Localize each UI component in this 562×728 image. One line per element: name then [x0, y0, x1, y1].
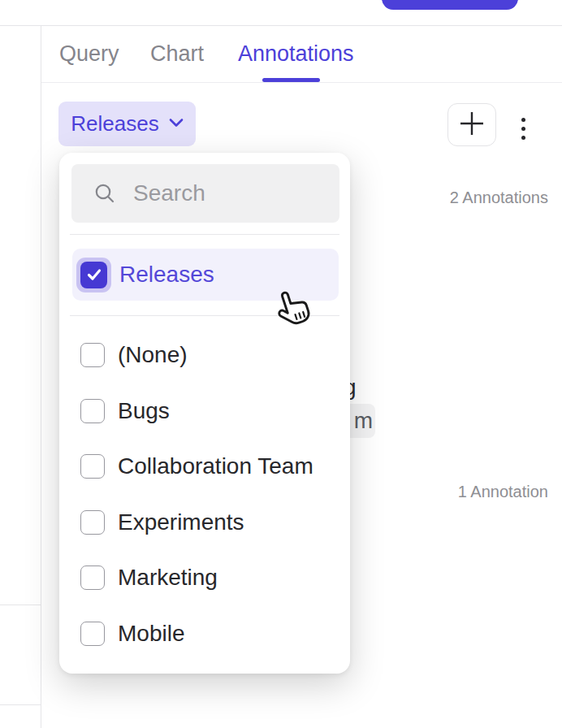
option-label: Releases	[119, 262, 214, 288]
add-annotation-button[interactable]	[447, 103, 496, 146]
option-row-none[interactable]: (None)	[59, 327, 350, 384]
checkbox-unchecked-icon[interactable]	[80, 510, 105, 535]
option-row-marketing[interactable]: Marketing	[59, 550, 350, 606]
tab-chart[interactable]: Chart	[150, 41, 204, 67]
option-row-collaboration-team[interactable]: Collaboration Team	[59, 439, 350, 495]
checkbox-unchecked-icon[interactable]	[80, 622, 105, 646]
option-row-experiments[interactable]: Experiments	[59, 495, 350, 551]
search-input[interactable]	[133, 180, 320, 206]
tab-query[interactable]: Query	[59, 41, 119, 67]
checkbox-unchecked-icon[interactable]	[80, 566, 105, 590]
header-divider	[0, 25, 562, 26]
checkbox-unchecked-icon[interactable]	[80, 343, 105, 367]
annotations-screen: Query Chart Annotations Releases 2 Annot…	[0, 0, 562, 728]
option-row-mobile[interactable]: Mobile	[59, 606, 350, 662]
checkbox-checked-icon[interactable]	[80, 262, 107, 288]
kebab-dot	[521, 118, 525, 122]
dropdown-divider	[70, 234, 339, 235]
option-row-releases[interactable]: Releases	[72, 249, 339, 301]
options-list: (None) Bugs Collaboration Team Experimen…	[59, 327, 350, 661]
checkbox-unchecked-icon[interactable]	[80, 399, 105, 423]
option-label: (None)	[118, 342, 188, 368]
search-icon	[94, 183, 115, 204]
sidebar-divider	[41, 25, 41, 728]
releases-filter-label: Releases	[71, 111, 158, 136]
option-label: Marketing	[118, 565, 218, 591]
dropdown-divider	[70, 315, 339, 316]
option-label: Bugs	[118, 398, 170, 424]
chevron-down-icon	[169, 118, 184, 130]
kebab-dot	[521, 127, 525, 131]
search-box[interactable]	[71, 164, 339, 223]
annotation-count-2: 1 Annotation	[458, 483, 548, 501]
option-label: Collaboration Team	[118, 453, 313, 479]
option-row-bugs[interactable]: Bugs	[59, 384, 350, 440]
releases-filter-button[interactable]: Releases	[58, 102, 196, 146]
more-options-button[interactable]	[514, 112, 533, 145]
option-label: Mobile	[118, 621, 184, 647]
sidebar-row-divider	[0, 604, 41, 605]
checkbox-unchecked-icon[interactable]	[80, 454, 105, 479]
tab-annotations[interactable]: Annotations	[238, 41, 354, 67]
kebab-dot	[521, 136, 525, 140]
releases-filter-dropdown: Releases (None) Bugs Collaboration Team …	[59, 153, 350, 674]
annotation-count-1: 2 Annotations	[450, 188, 548, 207]
active-tab-indicator	[262, 78, 320, 82]
plus-icon	[459, 110, 485, 139]
sidebar-row-divider	[0, 704, 41, 705]
primary-action-button[interactable]	[382, 0, 518, 10]
option-label: Experiments	[118, 509, 244, 535]
checkbox-focus-ring	[76, 258, 111, 292]
tabbar-divider	[41, 82, 562, 83]
